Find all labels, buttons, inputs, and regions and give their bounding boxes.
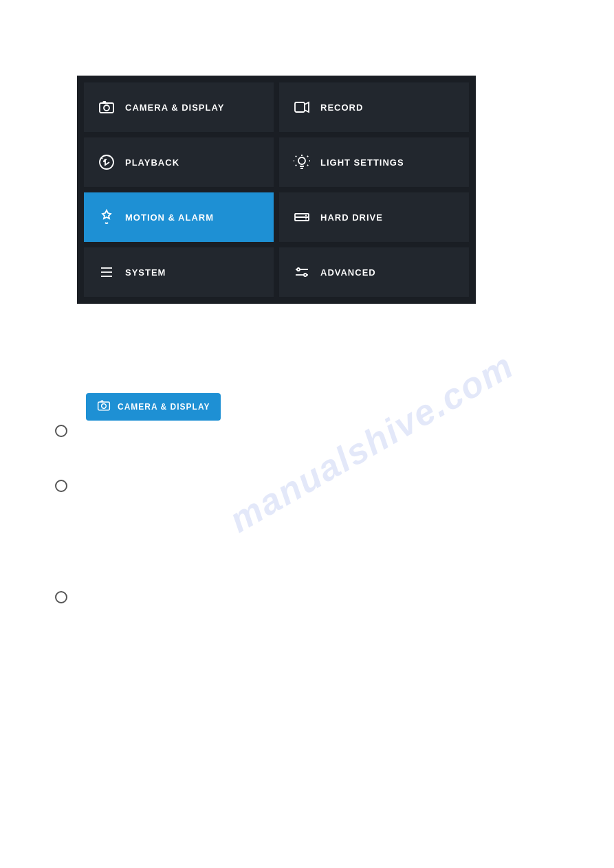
radio-circle-3[interactable] [55,591,67,603]
menu-item-camera-display[interactable]: CAMERA & DISPLAY [84,82,274,132]
advanced-label: ADVANCED [320,267,376,278]
svg-point-1 [104,105,109,111]
svg-point-16 [297,268,300,271]
radio-item-2[interactable] [55,480,67,492]
radio-circle-1[interactable] [55,425,67,437]
camera-display-badge[interactable]: CAMERA & DISPLAY [86,393,221,421]
system-label: SYSTEM [125,267,166,278]
menu-item-record[interactable]: RECORD [279,82,469,132]
advanced-icon [293,263,311,281]
svg-rect-2 [295,102,305,112]
menu-item-light-settings[interactable]: LIGHT SETTINGS [279,137,469,187]
watermark: manualshive.com [222,344,520,540]
camera-display-label: CAMERA & DISPLAY [125,102,224,113]
svg-marker-3 [305,102,309,112]
menu-item-playback[interactable]: PLAYBACK [84,137,274,187]
radio-item-3[interactable] [55,591,67,603]
harddrive-icon [293,208,311,226]
menu-item-hard-drive[interactable]: HARD DRIVE [279,192,469,242]
svg-point-10 [305,219,307,220]
hard-drive-label: HARD DRIVE [320,212,383,223]
badge-camera-icon [97,399,111,415]
svg-point-9 [305,215,307,216]
page-container: CAMERA & DISPLAY RECORD PL [0,0,614,868]
radio-circle-2[interactable] [55,480,67,492]
light-settings-label: LIGHT SETTINGS [320,157,404,168]
menu-item-motion-alarm[interactable]: MOTION & ALARM [84,192,274,242]
playback-icon [98,153,116,171]
record-label: RECORD [320,102,363,113]
svg-point-17 [304,274,307,276]
camera-icon [98,98,116,116]
menu-item-system[interactable]: SYSTEM [84,247,274,297]
alarm-icon [98,208,116,226]
badge-label: CAMERA & DISPLAY [118,402,210,412]
motion-alarm-label: MOTION & ALARM [125,212,214,223]
svg-point-5 [298,157,305,164]
menu-grid: CAMERA & DISPLAY RECORD PL [77,76,476,304]
system-icon [98,263,116,281]
svg-point-19 [102,404,107,409]
record-icon [293,98,311,116]
playback-label: PLAYBACK [125,157,179,168]
menu-item-advanced[interactable]: ADVANCED [279,247,469,297]
light-icon [293,153,311,171]
radio-item-1[interactable] [55,425,67,437]
